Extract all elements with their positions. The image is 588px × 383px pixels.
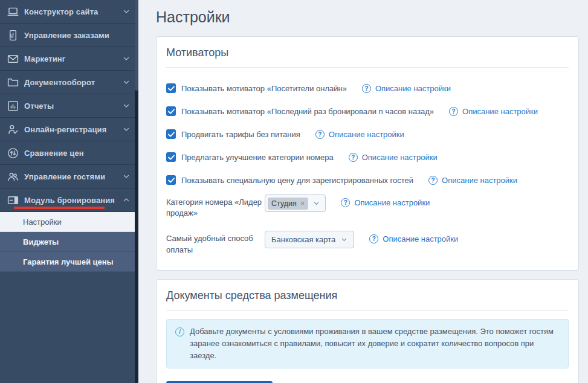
motivators-card-title: Мотиваторы [166,45,569,68]
sidebar-item-label: Сравнение цен [24,149,131,158]
sidebar-item-label: Конструктор сайта [24,7,123,16]
sidebar-item-label: Маркетинг [24,54,123,63]
page-title: Настройки [156,8,579,26]
folder-icon [6,76,19,89]
info-text: Добавьте документы с условиями проживани… [190,326,560,362]
question-icon: ? [449,107,458,116]
submenu-item-label: Настройки [23,217,62,227]
checkbox-promote-tariffs[interactable] [166,129,176,139]
help-link[interactable]: ? Описание настройки [349,153,438,162]
chevron-down-icon [341,236,347,243]
field-row: Категория номера «Лидер продаж» Студия ×… [166,195,569,219]
tag-label: Студия [271,199,297,208]
help-link[interactable]: ? Описание настройки [428,176,517,185]
chevron-down-icon [123,126,130,133]
sidebar-item-booking-module[interactable]: Модуль бронирования [0,188,138,212]
checkbox-row: Показывать мотиватор «Посетители онлайн»… [166,83,569,93]
help-link-label: Описание настройки [354,198,430,207]
help-link-label: Описание настройки [383,234,458,243]
chevron-down-icon [313,200,320,207]
sidebar-item-label: Отчеты [24,101,123,111]
checkbox-last-booked-hours[interactable] [166,106,176,116]
sidebar-item-price-comparison[interactable]: Сравнение цен [0,141,138,165]
chevron-down-icon [123,55,130,62]
checkbox-special-price[interactable] [166,175,176,185]
help-link[interactable]: ? Описание настройки [369,234,458,243]
main-content: Настройки Мотиваторы Показывать мотивато… [138,0,588,383]
checkbox-label: Предлагать улучшение категории номера [181,153,334,162]
help-link[interactable]: ? Описание настройки [341,198,430,207]
help-link[interactable]: ? Описание настройки [362,84,451,93]
sidebar-item-document-flow[interactable]: Документооборот [0,71,138,94]
field-label: Самый удобный способ оплаты [166,231,265,255]
question-icon: ? [315,130,325,139]
sidebar-item-label: Онлайн-регистрация [24,125,123,134]
chevron-down-icon [123,102,130,109]
document-icon [6,28,19,42]
submenu-item-label: Виджеты [23,237,59,246]
help-link[interactable]: ? Описание настройки [449,107,538,116]
field-row: Самый удобный способ оплаты Банковская к… [166,231,569,255]
room-category-multiselect[interactable]: Студия × [265,195,326,212]
person-check-icon [6,123,19,136]
checkbox-online-visitors[interactable] [166,83,176,93]
sidebar-subitem-settings[interactable]: Настройки [0,212,138,232]
checkbox-label: Показывать мотиватор «Последний раз брон… [181,107,434,116]
sidebar-item-guest-management[interactable]: Управление гостями [0,165,138,188]
help-link-label: Описание настройки [462,107,538,116]
checkbox-row: Продвигать тарифы без питания ? Описание… [166,129,569,139]
question-icon: ? [341,198,350,207]
sidebar-item-label: Модуль бронирования [24,196,123,205]
chevron-down-icon [123,173,130,180]
people-icon [6,170,19,183]
info-icon: i [175,327,184,336]
sidebar-item-marketing[interactable]: Маркетинг [0,47,138,71]
sidebar-subitem-widgets[interactable]: Виджеты [0,232,138,252]
info-box: i Добавьте документы с условиями прожива… [166,319,569,369]
question-icon: ? [362,84,371,93]
question-icon: ? [428,176,438,185]
remove-tag-icon[interactable]: × [300,199,305,207]
checkbox-row: Показывать мотиватор «Последний раз брон… [166,106,569,116]
booking-module-icon [6,193,19,207]
field-label: Категория номера «Лидер продаж» [166,195,265,219]
select-value: Банковская карта [271,235,335,244]
selected-tag: Студия × [268,198,308,210]
documents-card: Документы средства размещения i Добавьте… [156,279,579,383]
help-link-label: Описание настройки [329,130,404,139]
help-link-label: Описание настройки [375,84,451,93]
sidebar-item-reports[interactable]: Отчеты [0,94,138,118]
documents-card-title: Документы средства размещения [166,288,569,311]
sidebar-item-order-management[interactable]: Управление заказами [0,24,138,47]
question-icon: ? [369,234,378,243]
checkbox-row: Предлагать улучшение категории номера ? … [166,152,569,162]
submenu-item-label: Гарантия лучшей цены [23,257,114,266]
bar-chart-icon [6,99,19,112]
sidebar-item-label: Управление заказами [24,31,131,40]
price-compare-icon [6,146,19,159]
checkbox-label: Продвигать тарифы без питания [181,130,300,139]
sidebar-item-label: Управление гостями [24,172,123,181]
chevron-down-icon [123,8,130,15]
envelope-icon [6,52,19,65]
checkbox-row: Показывать специальную цену для зарегист… [166,175,569,185]
checkbox-label: Показывать мотиватор «Посетители онлайн» [181,84,347,93]
chevron-up-icon [123,196,130,204]
sidebar: Конструктор сайта Управление заказами Ма… [0,0,138,383]
sidebar-subitem-best-price-guarantee[interactable]: Гарантия лучшей цены [0,252,138,272]
chevron-down-icon [123,79,130,86]
checkbox-label: Показывать специальную цену для зарегист… [181,176,413,185]
payment-method-select[interactable]: Банковская карта [265,231,354,248]
checkbox-room-upgrade[interactable] [166,152,176,162]
help-link-label: Описание настройки [362,153,438,162]
question-icon: ? [349,153,358,162]
help-link[interactable]: ? Описание настройки [315,130,404,139]
active-section-underline [14,207,105,209]
sidebar-item-label: Документооборот [24,78,123,87]
sidebar-item-site-builder[interactable]: Конструктор сайта [0,0,138,24]
laptop-icon [6,5,19,18]
sidebar-item-online-registration[interactable]: Онлайн-регистрация [0,118,138,141]
motivators-card: Мотиваторы Показывать мотиватор «Посетит… [156,36,579,271]
help-link-label: Описание настройки [442,176,517,185]
